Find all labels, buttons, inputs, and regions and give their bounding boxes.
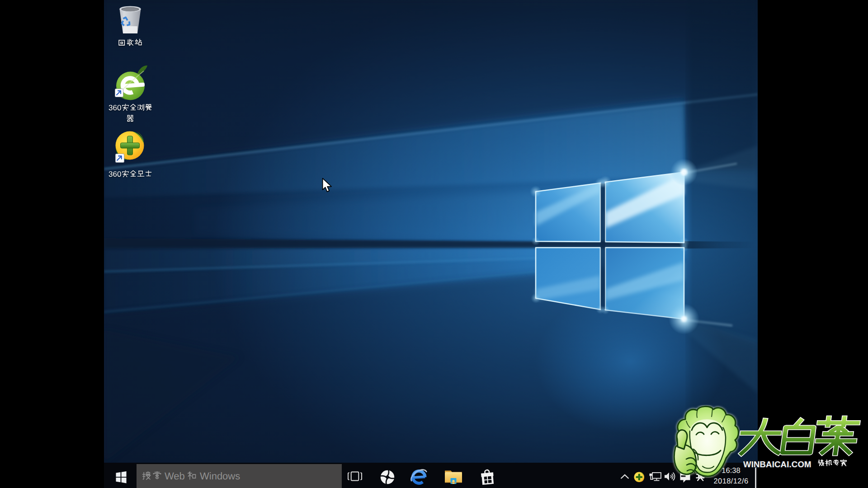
svg-text:Web: Web (165, 470, 185, 482)
svg-text:Windows: Windows (200, 470, 240, 482)
svg-text:2018/12/6: 2018/12/6 (713, 477, 748, 485)
svg-text:360: 360 (108, 170, 121, 178)
svg-text:360: 360 (108, 103, 121, 112)
